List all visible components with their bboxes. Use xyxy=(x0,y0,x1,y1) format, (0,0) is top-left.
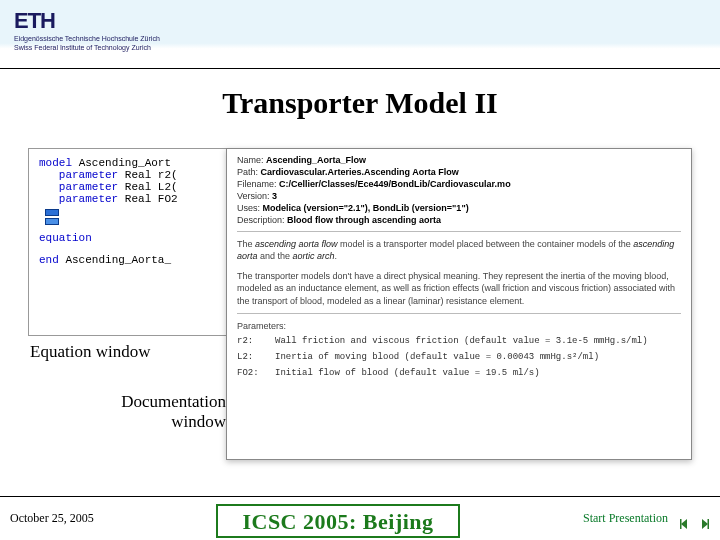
doc-name-value: Ascending_Aorta_Flow xyxy=(266,155,366,165)
slide-title: Transporter Model II xyxy=(0,86,720,120)
doc-path-value: Cardiovascular.Arteries.Ascending Aorta … xyxy=(261,167,459,177)
keyword-parameter: parameter xyxy=(59,193,118,205)
var-r2: r2( xyxy=(158,169,178,181)
type-real: Real xyxy=(125,193,151,205)
doc-desc-row: Description: Blood flow through ascendin… xyxy=(237,215,681,225)
header-rule xyxy=(0,68,720,69)
slide: ETH Eidgenössische Technische Hochschule… xyxy=(0,0,720,540)
documentation-window: Name: Ascending_Aorta_Flow Path: Cardiov… xyxy=(226,148,692,460)
keyword-end: end xyxy=(39,254,59,266)
param-val-l2: Inertia of moving blood (default value =… xyxy=(275,352,599,362)
footer: October 25, 2005 ICSC 2005: Beijing Star… xyxy=(0,496,720,540)
param-val-f02: Initial flow of blood (default value = 1… xyxy=(275,368,540,378)
doc-divider xyxy=(237,313,681,314)
keyword-parameter: parameter xyxy=(59,169,118,181)
doc-params-heading: Parameters: xyxy=(237,320,681,332)
doc-path-row: Path: Cardiovascular.Arteries.Ascending … xyxy=(237,167,681,177)
param-key-f02: FO2: xyxy=(237,368,275,378)
doc-desc-label: Description: xyxy=(237,215,285,225)
equation-window-label: Equation window xyxy=(30,342,150,362)
keyword-equation: equation xyxy=(39,232,92,244)
param-row-r2: r2: Wall friction and viscous friction (… xyxy=(237,336,681,346)
keyword-model: model xyxy=(39,157,72,169)
doc-divider xyxy=(237,231,681,232)
doc-uses-row: Uses: Modelica (version="2.1"), BondLib … xyxy=(237,203,681,213)
var-l2: L2( xyxy=(158,181,178,193)
doc-uses-label: Uses: xyxy=(237,203,260,213)
svg-marker-2 xyxy=(702,519,708,529)
doc-path-label: Path: xyxy=(237,167,258,177)
documentation-window-label: Documentation window xyxy=(96,392,226,431)
prev-slide-icon[interactable] xyxy=(677,516,693,532)
model-name: Ascending_Aort xyxy=(79,157,171,169)
doc-file-row: Filename: C:/Cellier/Classes/Ece449/Bond… xyxy=(237,179,681,189)
nav-icon-group xyxy=(677,516,712,532)
doc-name-row: Name: Ascending_Aorta_Flow xyxy=(237,155,681,165)
keyword-parameter: parameter xyxy=(59,181,118,193)
doc-desc-value: Blood flow through ascending aorta xyxy=(287,215,441,225)
doc-ver-row: Version: 3 xyxy=(237,191,681,201)
svg-marker-0 xyxy=(681,519,687,529)
eth-subtitle-en: Swiss Federal Institute of Technology Zu… xyxy=(14,44,160,52)
svg-rect-3 xyxy=(708,519,710,529)
svg-rect-1 xyxy=(680,519,682,529)
param-key-r2: r2: xyxy=(237,336,275,346)
next-slide-icon[interactable] xyxy=(696,516,712,532)
eth-subtitle-de: Eidgenössische Technische Hochschule Zür… xyxy=(14,35,160,43)
var-fo2: FO2 xyxy=(158,193,178,205)
doc-paragraph-2: The transporter models don't have a dire… xyxy=(237,270,681,306)
param-val-r2: Wall friction and viscous friction (defa… xyxy=(275,336,648,346)
doc-file-value: C:/Cellier/Classes/Ece449/BondLib/Cardio… xyxy=(279,179,511,189)
footer-conference: ICSC 2005: Beijing xyxy=(216,504,460,538)
doc-file-label: Filename: xyxy=(237,179,277,189)
component-icon xyxy=(45,209,75,227)
type-real: Real xyxy=(125,181,151,193)
doc-name-label: Name: xyxy=(237,155,264,165)
footer-date: October 25, 2005 xyxy=(10,511,94,526)
param-row-l2: L2: Inertia of moving blood (default val… xyxy=(237,352,681,362)
doc-ver-label: Version: xyxy=(237,191,270,201)
start-presentation-link[interactable]: Start Presentation xyxy=(583,511,668,526)
doc-ver-value: 3 xyxy=(272,191,277,201)
header-area: ETH Eidgenössische Technische Hochschule… xyxy=(14,8,160,51)
param-table: r2: Wall friction and viscous friction (… xyxy=(237,336,681,378)
doc-uses-value: Modelica (version="2.1"), BondLib (versi… xyxy=(263,203,469,213)
type-real: Real xyxy=(125,169,151,181)
doc-paragraph-1: The ascending aorta flow model is a tran… xyxy=(237,238,681,262)
param-key-l2: L2: xyxy=(237,352,275,362)
eth-logo: ETH xyxy=(14,8,160,34)
param-row-f02: FO2: Initial flow of blood (default valu… xyxy=(237,368,681,378)
end-name: Ascending_Aorta_ xyxy=(65,254,171,266)
